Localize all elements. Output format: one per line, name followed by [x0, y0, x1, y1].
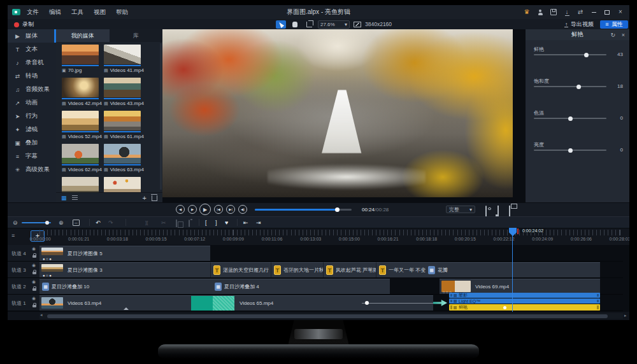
- crown-icon[interactable]: ♛: [523, 8, 531, 16]
- media-item[interactable]: ▤Videos 43.mp4: [104, 78, 141, 108]
- sidebar-item-11[interactable]: ✳高级效果: [8, 163, 56, 176]
- effect-bar-handle-left[interactable]: [450, 300, 452, 303]
- media-scrollbar[interactable]: [160, 43, 162, 190]
- slider-handle[interactable]: [584, 53, 589, 57]
- fit-timeline-button[interactable]: ↔: [73, 220, 80, 226]
- tab-library[interactable]: 库: [110, 29, 163, 42]
- prev-frame-button[interactable]: ◀: [176, 205, 185, 214]
- split-button[interactable]: ][: [145, 219, 148, 227]
- mark-in-button[interactable]: [: [205, 219, 207, 227]
- jump-end-button[interactable]: ▶|: [226, 205, 235, 214]
- reset-icon[interactable]: ↻: [610, 32, 615, 38]
- sidebar-item-1[interactable]: ▶媒体: [8, 29, 56, 43]
- media-item[interactable]: ▤Videos 63.mp4: [104, 144, 141, 174]
- user-icon[interactable]: [536, 8, 544, 16]
- panel-close-icon[interactable]: ×: [622, 32, 625, 38]
- mark-out-button[interactable]: ]: [215, 219, 217, 227]
- next-frame-button[interactable]: ▶: [188, 205, 197, 214]
- playback-progress[interactable]: [255, 209, 352, 211]
- text-clip[interactable]: T一年又一年 不变的向往: [376, 262, 426, 277]
- sidebar-item-3[interactable]: ♪录音机: [8, 56, 56, 69]
- effect-bar-2[interactable]: Light EQ™: [449, 298, 600, 304]
- effect-bar-handle-right[interactable]: [597, 294, 599, 297]
- crop-tool-button[interactable]: [304, 20, 314, 29]
- media-item[interactable]: ▤Videos 41.mp4: [104, 45, 141, 74]
- cut-button[interactable]: ✂: [161, 219, 166, 227]
- timeline-zoom-slider[interactable]: [22, 222, 51, 223]
- effect-bar-1[interactable]: 晕影: [449, 293, 600, 298]
- save-icon[interactable]: [550, 8, 557, 16]
- media-item[interactable]: ▤Videos 62.mp4: [62, 144, 99, 174]
- prev-edit-button[interactable]: ⇤: [243, 219, 248, 227]
- slider-track[interactable]: [534, 86, 606, 87]
- text-clip[interactable]: T风吹起芦花 芦苇摇曳: [323, 262, 376, 277]
- grid-view-button[interactable]: ▦: [61, 195, 67, 201]
- scroll-right-icon[interactable]: ▸: [624, 313, 627, 318]
- sidebar-item-2[interactable]: T文本: [8, 43, 56, 56]
- effect-bar-3[interactable]: 鲜艳: [449, 304, 600, 311]
- text-clip[interactable]: T苍茫的大地一片秋黄: [271, 262, 323, 277]
- slider-track[interactable]: [534, 150, 606, 151]
- effect-bar-handle-left[interactable]: [450, 305, 452, 309]
- hand-tool-button[interactable]: [290, 20, 300, 29]
- collapse-triangle-icon[interactable]: [124, 307, 129, 310]
- scroll-left-icon[interactable]: ◂: [40, 312, 43, 318]
- hscroll-thumb[interactable]: [47, 314, 608, 318]
- effect-keyframe-dot[interactable]: [503, 306, 506, 309]
- media-item[interactable]: ▤Videos 42.mp4: [62, 78, 99, 108]
- media-item[interactable]: [62, 177, 99, 192]
- properties-button[interactable]: ≡ 属性: [600, 20, 628, 29]
- slider-handle[interactable]: [568, 116, 573, 121]
- maximize-button[interactable]: [603, 8, 611, 16]
- paste-button[interactable]: [189, 220, 190, 227]
- menu-item-5[interactable]: 帮助: [111, 8, 133, 17]
- sidebar-item-7[interactable]: ➤行为: [8, 109, 56, 123]
- video-clip[interactable]: ●○●夏日沙滩图像 3: [39, 262, 210, 277]
- list-view-button[interactable]: [72, 195, 78, 200]
- overlay-clip[interactable]: ▦夏日沙滩叠加 10: [39, 279, 212, 294]
- zoom-in-button[interactable]: ⊕: [59, 219, 64, 227]
- zoom-slider-handle[interactable]: [45, 221, 49, 225]
- menu-item-4[interactable]: 视图: [89, 8, 111, 17]
- sidebar-item-4[interactable]: ⇄转场: [8, 69, 56, 83]
- slider-handle[interactable]: [576, 85, 581, 89]
- media-item[interactable]: ▣70.jpg: [62, 45, 99, 74]
- export-video-button[interactable]: ↑ 导出视频: [564, 20, 594, 29]
- select-tool-button[interactable]: [276, 20, 286, 29]
- record-button[interactable]: 录制: [14, 20, 34, 29]
- tab-my-media[interactable]: 我的媒体: [56, 29, 110, 42]
- menu-item-2[interactable]: 编辑: [44, 8, 66, 17]
- sidebar-item-6[interactable]: ↗动画: [8, 96, 56, 109]
- download-icon[interactable]: ↓: [563, 8, 571, 16]
- zoom-out-button[interactable]: ⊖: [13, 219, 18, 227]
- sidebar-item-8[interactable]: ✦滤镜: [8, 123, 56, 136]
- effect-bar-handle-right[interactable]: [597, 300, 599, 303]
- add-marker-button[interactable]: ♥: [225, 219, 228, 227]
- sidebar-item-5[interactable]: ♫音频效果: [8, 83, 56, 96]
- effect-bar-handle-right[interactable]: [597, 305, 599, 309]
- volume-button[interactable]: ◀): [238, 205, 247, 214]
- progress-handle[interactable]: [335, 207, 340, 212]
- transition-clip[interactable]: [191, 295, 234, 311]
- play-button[interactable]: ▶: [199, 204, 211, 215]
- fit-mode-dropdown[interactable]: 完整 ▾: [446, 206, 475, 213]
- sidebar-item-10[interactable]: ≡字幕: [8, 150, 56, 163]
- next-edit-button[interactable]: ⇥: [256, 219, 261, 227]
- volume-keyframe-dot[interactable]: [365, 301, 369, 305]
- sync-icon[interactable]: ⇄: [576, 8, 584, 16]
- delete-media-button[interactable]: [152, 195, 157, 201]
- preview-viewport[interactable]: [162, 29, 513, 197]
- overlay-clip[interactable]: ▦夏日沙滩叠加 4: [212, 279, 390, 294]
- video-clip[interactable]: ●○●夏日沙滩图像 5: [39, 246, 210, 261]
- jump-start-button[interactable]: |◀: [214, 205, 223, 214]
- overlay-clip[interactable]: ▦花瓣: [426, 262, 600, 277]
- video-clip[interactable]: Videos 63.mp4: [39, 295, 191, 311]
- slider-handle[interactable]: [568, 148, 573, 153]
- sidebar-item-9[interactable]: ▣叠加: [8, 136, 56, 150]
- minimize-button[interactable]: [590, 8, 598, 16]
- slider-track[interactable]: [534, 118, 606, 119]
- media-item[interactable]: [104, 177, 141, 192]
- text-clip[interactable]: T湛蓝的天空归雁几行: [210, 262, 271, 277]
- media-item[interactable]: ▤Videos 61.mp4: [104, 111, 141, 141]
- timeline-hscrollbar[interactable]: ◂: [39, 313, 623, 319]
